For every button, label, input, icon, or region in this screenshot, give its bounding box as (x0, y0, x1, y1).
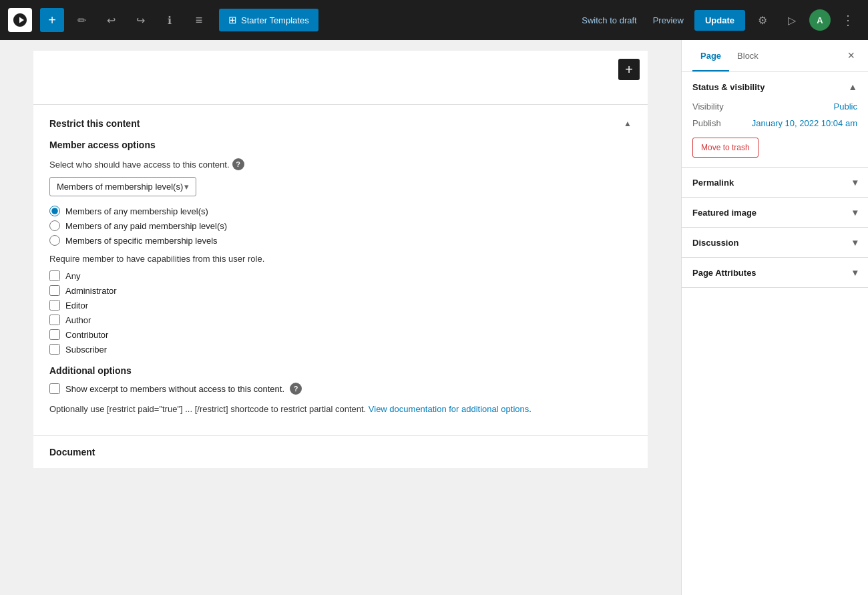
excerpt-label: Show excerpt to members without access t… (65, 384, 284, 394)
redo-button[interactable]: ↪ (128, 8, 152, 32)
tab-page[interactable]: Page (692, 40, 729, 71)
member-access-title: Member access options (49, 140, 632, 150)
docs-link[interactable]: View documentation for additional option… (369, 404, 529, 414)
edit-button[interactable]: ✏ (69, 8, 93, 32)
sidebar-close-button[interactable]: × (845, 43, 857, 68)
discussion-chevron-icon: ▾ (853, 237, 857, 248)
radio-item-specific-level[interactable]: Members of specific membership levels (49, 235, 632, 246)
checkbox-any-label: Any (65, 271, 80, 281)
add-block-button[interactable]: + (40, 8, 64, 32)
checkbox-editor-input[interactable] (49, 300, 60, 311)
checkbox-administrator-label: Administrator (65, 286, 117, 296)
radio-item-paid-level[interactable]: Members of any paid membership level(s) (49, 220, 632, 231)
help-text: Select who should have access to this co… (49, 158, 632, 170)
checkbox-contributor-input[interactable] (49, 329, 60, 340)
plugin-button[interactable]: ▷ (780, 8, 804, 32)
discussion-section: Discussion ▾ (682, 228, 868, 258)
help-icon[interactable]: ? (232, 158, 244, 170)
checkbox-administrator[interactable]: Administrator (49, 285, 632, 296)
checkbox-editor[interactable]: Editor (49, 300, 632, 311)
checkbox-author-label: Author (65, 315, 91, 325)
radio-item-any-level[interactable]: Members of any membership level(s) (49, 206, 632, 216)
excerpt-help-icon[interactable]: ? (290, 383, 302, 395)
publish-date[interactable]: January 10, 2022 10:04 am (752, 118, 857, 128)
role-checkboxes: Any Administrator Editor Author (49, 270, 632, 355)
dropdown-value: Members of membership level(s) (57, 182, 183, 192)
radio-any-level-label: Members of any membership level(s) (65, 206, 208, 216)
page-attributes-section: Page Attributes ▾ (682, 258, 868, 288)
checkbox-administrator-input[interactable] (49, 285, 60, 296)
excerpt-checkbox[interactable] (49, 383, 60, 394)
checkbox-contributor[interactable]: Contributor (49, 329, 632, 340)
move-to-trash-button[interactable]: Move to trash (692, 138, 758, 158)
document-section: Document (33, 435, 648, 468)
avatar[interactable]: A (809, 9, 831, 31)
radio-specific-level-input[interactable] (49, 235, 60, 246)
checkbox-subscriber[interactable]: Subscriber (49, 344, 632, 355)
tab-block[interactable]: Block (729, 40, 767, 71)
preview-button[interactable]: Preview (648, 11, 689, 29)
checkbox-author[interactable]: Author (49, 315, 632, 325)
collapse-arrow-icon[interactable]: ▲ (624, 119, 632, 128)
radio-paid-level-label: Members of any paid membership level(s) (65, 221, 227, 231)
restrict-content-block: Restrict this content ▲ Member access op… (33, 104, 648, 435)
starter-templates-icon: ⊞ (228, 14, 237, 26)
editor-canvas: + Restrict this content ▲ Member access … (0, 40, 681, 595)
featured-image-title: Featured image (692, 208, 756, 218)
status-visibility-section: Status & visibility ▲ Visibility Public … (682, 72, 868, 168)
additional-options-title: Additional options (49, 365, 632, 376)
checkbox-subscriber-input[interactable] (49, 344, 60, 355)
excerpt-option: Show excerpt to members without access t… (49, 383, 632, 395)
checkbox-contributor-label: Contributor (65, 330, 108, 340)
radio-any-level-input[interactable] (49, 206, 60, 216)
featured-image-header[interactable]: Featured image ▾ (682, 198, 868, 227)
starter-templates-label: Starter Templates (241, 15, 309, 25)
starter-templates-button[interactable]: ⊞ Starter Templates (219, 9, 318, 31)
editor-inner: + Restrict this content ▲ Member access … (33, 51, 648, 468)
switch-to-draft-button[interactable]: Switch to draft (576, 11, 642, 29)
update-button[interactable]: Update (694, 10, 745, 31)
radio-specific-level-label: Members of specific membership levels (65, 236, 218, 246)
settings-button[interactable]: ⚙ (750, 8, 775, 32)
sidebar: Page Block × Status & visibility ▲ Visib… (681, 40, 868, 595)
permalink-header[interactable]: Permalink ▾ (682, 168, 868, 197)
info-button[interactable]: ℹ (158, 8, 182, 32)
checkbox-editor-label: Editor (65, 301, 88, 311)
checkbox-any-input[interactable] (49, 270, 60, 281)
shortcode-text: Optionally use [restrict paid="true"] ..… (49, 403, 632, 417)
document-label: Document (49, 447, 95, 457)
permalink-title: Permalink (692, 178, 734, 188)
permalink-chevron-icon: ▾ (853, 177, 857, 188)
discussion-title: Discussion (692, 238, 738, 248)
membership-dropdown[interactable]: Members of membership level(s) ▾ (49, 177, 196, 196)
add-block-inline-button[interactable]: + (618, 59, 640, 80)
main-layout: + Restrict this content ▲ Member access … (0, 40, 868, 595)
checkbox-subscriber-label: Subscriber (65, 345, 107, 355)
page-attributes-header[interactable]: Page Attributes ▾ (682, 258, 868, 287)
editor-top-space (33, 51, 648, 104)
radio-paid-level-input[interactable] (49, 220, 60, 231)
more-options-button[interactable]: ⋮ (836, 9, 860, 31)
featured-image-section: Featured image ▾ (682, 198, 868, 228)
membership-radio-group: Members of any membership level(s) Membe… (49, 206, 632, 246)
restrict-content-title: Restrict this content (49, 118, 140, 129)
publish-row: Publish January 10, 2022 10:04 am (692, 118, 857, 128)
restrict-content-header: Restrict this content ▲ (49, 118, 632, 129)
sidebar-tabs: Page Block × (682, 40, 868, 72)
capability-text: Require member to have capabilities from… (49, 254, 632, 264)
discussion-header[interactable]: Discussion ▾ (682, 228, 868, 257)
status-visibility-chevron-icon: ▲ (848, 81, 857, 92)
page-attributes-chevron-icon: ▾ (853, 267, 857, 278)
status-visibility-header[interactable]: Status & visibility ▲ (682, 72, 868, 102)
undo-button[interactable]: ↩ (99, 8, 123, 32)
checkbox-any[interactable]: Any (49, 270, 632, 281)
wp-logo[interactable] (8, 8, 32, 32)
status-visibility-body: Visibility Public Publish January 10, 20… (682, 102, 868, 167)
topbar: + ✏ ↩ ↪ ℹ ≡ ⊞ Starter Templates Switch t… (0, 0, 868, 40)
editor-area[interactable]: + Restrict this content ▲ Member access … (0, 40, 681, 595)
tools-button[interactable]: ≡ (187, 8, 211, 32)
checkbox-author-input[interactable] (49, 315, 60, 325)
topbar-right-actions: Switch to draft Preview Update ⚙ ▷ A ⋮ (576, 8, 860, 32)
visibility-value[interactable]: Public (834, 102, 857, 112)
permalink-section: Permalink ▾ (682, 168, 868, 198)
